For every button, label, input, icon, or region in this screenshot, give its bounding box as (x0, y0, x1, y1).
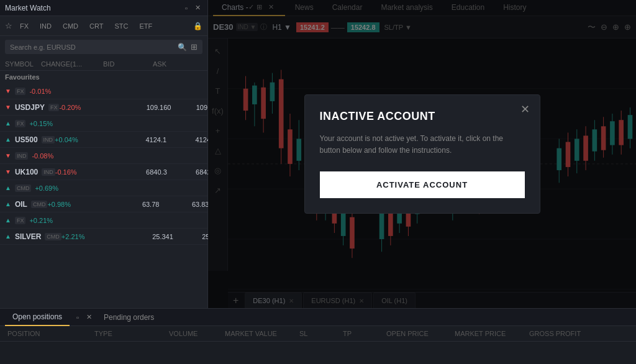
list-item[interactable]: ▲ SILVER CMD +2.21% 25.341 25.381 (0, 229, 207, 245)
type-badge: FX (15, 88, 26, 95)
type-badge: FX (15, 217, 26, 224)
list-item[interactable]: ▼ IND -0.08% (0, 148, 207, 164)
col-bid: BID (103, 60, 153, 68)
panel-close-btn[interactable]: ✕ (193, 3, 202, 12)
positions-table-header: POSITION TYPE VOLUME MARKET VALUE SL TP … (0, 326, 636, 342)
change-value: +0.21% (29, 217, 53, 224)
modal-dialog: ✕ INACTIVE ACCOUNT Your account is not a… (304, 94, 540, 214)
arrow-down-icon: ▼ (5, 168, 11, 175)
col-gross-profit: GROSS PROFIT (529, 330, 591, 337)
bid-price: 25.341 (124, 233, 173, 240)
list-item[interactable]: ▲ OIL CMD +0.98% 63.78 63.83 (0, 196, 207, 212)
bottom-panel: Open positions ▫ ✕ Pending orders POSITI… (0, 308, 636, 364)
panel-controls: ▫ ✕ (183, 3, 202, 12)
tab-pending-orders[interactable]: Pending orders (96, 309, 161, 326)
modal-title: INACTIVE ACCOUNT (320, 110, 525, 123)
symbol-name: USDJPY (15, 103, 45, 112)
search-icon: 🔍 (178, 43, 187, 52)
bp-tab-controls: ▫ ✕ (75, 312, 94, 322)
col-market-price: MARKET PRICE (455, 330, 529, 337)
col-ask: ASK (153, 60, 202, 68)
arrow-up-icon: ▲ (5, 217, 11, 224)
bid-price: 63.78 (109, 201, 159, 208)
modal-overlay: ✕ INACTIVE ACCOUNT Your account is not a… (208, 0, 636, 308)
symbol-name: OIL (15, 200, 27, 209)
change-value: +0.04% (55, 136, 117, 143)
list-item[interactable]: ▲ FX +0.21% (0, 212, 207, 229)
bid-price: 6840.3 (117, 168, 167, 176)
type-badge: IND (42, 168, 55, 176)
arrow-up-icon: ▲ (5, 120, 11, 127)
type-badge: IND (42, 136, 55, 143)
ask-price: 63.83 (159, 201, 209, 208)
col-market-value: MARKET VALUE (225, 330, 299, 337)
filter-tab-stc[interactable]: STC (111, 21, 132, 31)
bottom-panel-tabs: Open positions ▫ ✕ Pending orders (0, 309, 636, 326)
modal-text: Your account is not active yet. To activ… (320, 133, 525, 157)
list-item[interactable]: ▲ CMD +0.69% (0, 180, 207, 196)
lock-icon: 🔒 (193, 22, 202, 30)
change-value: -0.20% (59, 104, 121, 111)
list-item[interactable]: ▼ FX -0.01% (0, 83, 207, 99)
change-value: +0.15% (29, 120, 53, 127)
col-open-price: OPEN PRICE (386, 330, 455, 337)
favorites-star-icon[interactable]: ☆ (5, 21, 12, 30)
main-content: Market Watch ▫ ✕ ☆ FX IND CMD CRT STC ET… (0, 0, 636, 308)
modal-close-button[interactable]: ✕ (520, 102, 530, 116)
panel-minimize-btn[interactable]: ▫ (183, 4, 189, 12)
search-input[interactable] (10, 43, 174, 51)
filter-tab-ind[interactable]: IND (36, 21, 55, 31)
change-value: +0.98% (47, 201, 109, 208)
col-volume: VOLUME (169, 330, 225, 337)
filter-tab-crt[interactable]: CRT (86, 21, 107, 31)
arrow-down-icon: ▼ (5, 152, 11, 159)
list-item[interactable]: ▼ UK100 IND -0.16% 6840.3 6842.6 (0, 164, 207, 180)
list-item[interactable]: ▼ USDJPY FX -0.20% 109.160 109.175 (0, 99, 207, 116)
symbol-name: SILVER (15, 232, 41, 241)
col-tp: TP (343, 330, 386, 337)
arrow-down-icon: ▼ (5, 88, 11, 94)
tab-open-positions[interactable]: Open positions (5, 309, 70, 326)
positions-minimize-btn[interactable]: ▫ (75, 312, 81, 322)
symbol-name: US500 (15, 135, 38, 144)
type-badge: CMD (31, 201, 48, 208)
filter-tab-cmd[interactable]: CMD (59, 21, 82, 31)
filter-tab-fx[interactable]: FX (16, 21, 32, 31)
col-type: TYPE (94, 330, 169, 337)
type-badge: FX (15, 120, 26, 127)
type-badge: FX (48, 104, 60, 111)
positions-close-btn[interactable]: ✕ (84, 312, 94, 322)
arrow-up-icon: ▲ (5, 184, 11, 191)
col-symbol: SYMBOL (5, 60, 41, 68)
col-position: POSITION (7, 330, 94, 337)
search-bar: 🔍 ⊞ (5, 40, 202, 54)
type-badge: CMD (45, 233, 61, 240)
market-watch-panel: Market Watch ▫ ✕ ☆ FX IND CMD CRT STC ET… (0, 0, 208, 308)
symbol-name: UK100 (15, 168, 38, 176)
arrow-up-icon: ▲ (5, 201, 11, 207)
panel-header: Market Watch ▫ ✕ (0, 0, 207, 16)
bid-price: 4124.1 (117, 136, 166, 143)
favourites-label: Favourites (0, 71, 207, 83)
arrow-up-icon: ▲ (5, 136, 11, 143)
filter-tab-etf[interactable]: ETF (136, 21, 157, 31)
arrow-up-icon: ▲ (5, 233, 11, 240)
type-badge: IND (15, 152, 29, 160)
change-value: +2.21% (61, 233, 124, 240)
col-change: CHANGE(1... (41, 60, 103, 68)
change-value: +0.69% (35, 184, 58, 192)
change-value: -0.16% (55, 168, 117, 176)
list-item[interactable]: ▲ FX +0.15% (0, 116, 207, 132)
table-header: SYMBOL CHANGE(1... BID ASK (0, 58, 207, 71)
market-watch-title: Market Watch (5, 4, 51, 12)
filter-tabs: ☆ FX IND CMD CRT STC ETF 🔒 (0, 16, 207, 36)
change-value: -0.01% (29, 88, 51, 95)
charts-area: Charts - ✓ ⊞ ✕ News Calendar Market anal… (208, 0, 636, 308)
change-value: -0.08% (32, 152, 53, 160)
arrow-down-icon: ▼ (5, 104, 11, 111)
grid-icon[interactable]: ⊞ (191, 42, 198, 52)
activate-account-button[interactable]: ACTIVATE ACCOUNT (320, 171, 525, 198)
app-container: Market Watch ▫ ✕ ☆ FX IND CMD CRT STC ET… (0, 0, 636, 364)
list-item[interactable]: ▲ US500 IND +0.04% 4124.1 4124.7 (0, 132, 207, 148)
bid-price: 109.160 (121, 104, 171, 111)
